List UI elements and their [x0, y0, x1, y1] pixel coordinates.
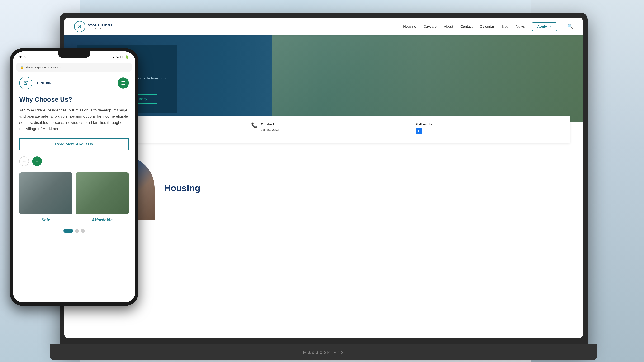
phone-logo: S STONE RIDGE	[19, 77, 56, 89]
nav-link-housing[interactable]: Housing	[403, 24, 416, 29]
phone-logo-icon: S	[19, 77, 32, 89]
phone-icon: 📞	[251, 122, 258, 129]
nav-search-icon[interactable]: 🔍	[567, 24, 573, 29]
wifi-icon: WiFi	[116, 55, 123, 59]
info-divider-2	[406, 122, 406, 136]
phone-shell: 12:20 ▲ WiFi 🔋 🔒 stoneridgeresidences.co…	[10, 48, 138, 306]
phone-screen: 12:20 ▲ WiFi 🔋 🔒 stoneridgeresidences.co…	[13, 51, 135, 303]
website-nav: S STONE RIDGE RESIDENCES Housing Daycare…	[64, 18, 583, 35]
laptop-device: S STONE RIDGE RESIDENCES Housing Daycare…	[60, 13, 588, 351]
signal-icon: ▲	[112, 55, 115, 59]
info-divider-1	[241, 122, 242, 136]
nav-link-calendar[interactable]: Calendar	[480, 24, 494, 29]
phone-device: 12:20 ▲ WiFi 🔋 🔒 stoneridgeresidences.co…	[10, 48, 138, 306]
phone-image-safe	[19, 172, 72, 214]
laptop-bezel: S STONE RIDGE RESIDENCES Housing Daycare…	[64, 18, 583, 338]
contact-content: Contact 315.866.2252	[261, 122, 278, 132]
housing-text: Housing	[164, 183, 200, 193]
phone-dot-1[interactable]	[64, 229, 73, 233]
nav-link-news[interactable]: News	[516, 24, 525, 29]
follow-content: Follow Us f	[416, 122, 432, 134]
logo-icon: S	[74, 21, 85, 32]
phone-section-text: At Stone Ridge Residences, our mission i…	[19, 107, 129, 132]
phone-time: 12:20	[19, 55, 28, 59]
phone-logo-name: STONE RIDGE	[34, 82, 56, 84]
phone-carousel-dots	[19, 229, 129, 233]
laptop-brand-label: MacBook Pro	[303, 350, 344, 355]
phone-notch	[58, 51, 90, 58]
phone-carousel-nav: ← →	[19, 156, 129, 166]
battery-icon: 🔋	[125, 55, 129, 59]
phone-content: S STONE RIDGE ☰ Why Choose Us? At Stone …	[13, 72, 135, 238]
laptop-screen: S STONE RIDGE RESIDENCES Housing Daycare…	[64, 18, 583, 338]
phone-image-grid	[19, 172, 129, 214]
info-follow: Follow Us f	[416, 122, 560, 134]
phone-read-more-button[interactable]: Read More About Us	[19, 138, 129, 150]
housing-title: Housing	[164, 183, 200, 193]
nav-logo: S STONE RIDGE RESIDENCES	[74, 21, 113, 32]
info-bar: 📍 Location 315 N Prospect St Herkimer, N…	[77, 116, 570, 143]
facebook-icon[interactable]: f	[416, 128, 422, 134]
lock-icon: 🔒	[20, 65, 24, 69]
phone-label-safe: Safe	[19, 218, 72, 223]
hero-section: Stone Ridge Residences The preferred cho…	[64, 35, 583, 122]
info-contact: 📞 Contact 315.866.2252	[251, 122, 396, 132]
url-text: stoneridgeresidences.com	[26, 65, 63, 69]
phone-dot-3[interactable]	[81, 229, 85, 233]
laptop-shell: S STONE RIDGE RESIDENCES Housing Daycare…	[60, 13, 588, 351]
nav-link-blog[interactable]: Blog	[502, 24, 508, 29]
nav-links: Housing Daycare About Contact Calendar B…	[403, 22, 573, 31]
phone-menu-button[interactable]: ☰	[118, 77, 129, 89]
phone-prev-arrow[interactable]: ←	[19, 156, 29, 166]
nav-link-contact[interactable]: Contact	[460, 24, 473, 29]
phone-url-bar[interactable]: 🔒 stoneridgeresidences.com	[16, 63, 132, 72]
logo-text-block: STONE RIDGE RESIDENCES	[88, 24, 113, 29]
phone-nav: S STONE RIDGE ☰	[19, 77, 129, 89]
nav-apply-button[interactable]: Apply →	[532, 22, 557, 31]
phone-dot-2[interactable]	[75, 229, 79, 233]
website-content: S STONE RIDGE RESIDENCES Housing Daycare…	[64, 18, 583, 338]
housing-section: Housing	[64, 149, 583, 227]
phone-section-title: Why Choose Us?	[19, 96, 129, 103]
laptop-base: MacBook Pro	[50, 344, 597, 361]
nav-link-daycare[interactable]: Daycare	[424, 24, 437, 29]
phone-label-affordable: Affordable	[76, 218, 129, 223]
phone-image-affordable	[76, 172, 129, 214]
phone-next-arrow[interactable]: →	[32, 156, 42, 166]
phone-image-labels: Safe Affordable	[19, 218, 129, 223]
phone-status-icons: ▲ WiFi 🔋	[112, 55, 129, 59]
nav-link-about[interactable]: About	[444, 24, 453, 29]
